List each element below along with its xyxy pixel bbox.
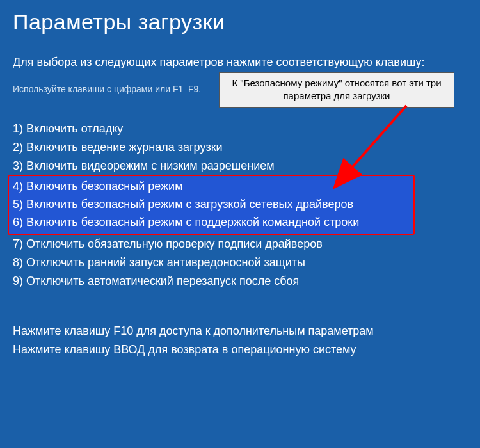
- footer-options: Нажмите клавишу F10 для доступа к дополн…: [13, 322, 467, 359]
- option-7-driver-sig[interactable]: 7) Отключить обязательную проверку подпи…: [13, 235, 467, 253]
- option-9-auto-restart[interactable]: 9) Отключить автоматический перезапуск п…: [13, 272, 467, 291]
- option-1-debug[interactable]: 1) Включить отладку: [13, 120, 467, 138]
- safe-mode-highlight: 4) Включить безопасный режим 5) Включить…: [8, 175, 415, 235]
- option-6-safe-mode-cmd[interactable]: 6) Включить безопасный режим с поддержко…: [13, 214, 410, 232]
- option-4-safe-mode[interactable]: 4) Включить безопасный режим: [13, 178, 410, 196]
- option-2-boot-log[interactable]: 2) Включить ведение журнала загрузки: [13, 138, 467, 157]
- instruction-text: Для выбора из следующих параметров нажми…: [13, 54, 467, 71]
- footer-f10[interactable]: Нажмите клавишу F10 для доступа к дополн…: [13, 322, 467, 340]
- option-8-antimalware[interactable]: 8) Отключить ранний запуск антивредоносн…: [13, 253, 467, 272]
- startup-options-list: 1) Включить отладку 2) Включить ведение …: [13, 120, 467, 290]
- annotation-callout: К "Безопасному режиму" относятся вот эти…: [219, 72, 454, 108]
- option-5-safe-mode-network[interactable]: 5) Включить безопасный режим с загрузкой…: [13, 196, 410, 214]
- page-title: Параметры загрузки: [13, 10, 467, 35]
- option-3-low-res[interactable]: 3) Включить видеорежим с низким разрешен…: [13, 157, 467, 175]
- footer-enter[interactable]: Нажмите клавишу ВВОД для возврата в опер…: [13, 340, 467, 359]
